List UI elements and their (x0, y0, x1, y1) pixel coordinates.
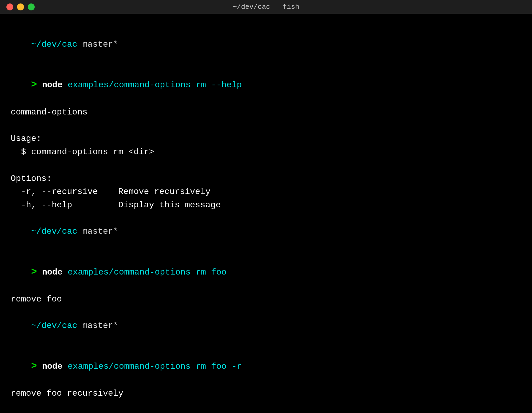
minimize-button[interactable] (17, 3, 24, 10)
output-usage-cmd: $ command-options rm <dir> (11, 145, 521, 159)
cmd-node-3: node (42, 362, 63, 371)
cmd-rest-2: examples/command-options rm foo (62, 267, 227, 277)
maximize-button[interactable] (28, 3, 35, 10)
prompt-branch-1: master* (82, 39, 118, 49)
prompt-arrow-1: > (31, 79, 37, 90)
prompt-path-2: ~/dev/cac (31, 227, 77, 236)
cmd-rest-1: examples/command-options rm --help (62, 80, 242, 90)
empty-1 (11, 119, 521, 132)
cmd-space-1 (37, 80, 42, 90)
prompt-path-3: ~/dev/cac (31, 321, 77, 331)
window-title: ~/dev/cac — fish (233, 3, 299, 11)
prompt-path-1: ~/dev/cac (31, 39, 77, 49)
command-line-1: > node examples/command-options rm --hel… (11, 64, 521, 106)
output-options: Options: (11, 172, 521, 185)
command-line-2: > node examples/command-options rm foo (11, 251, 521, 293)
prompt-space-2 (77, 227, 82, 236)
prompt-arrow-2: > (31, 267, 37, 277)
prompt-space-1 (77, 39, 82, 49)
output-line-1: command-options (11, 106, 521, 119)
cmd-node-2: node (42, 267, 63, 277)
output-usage: Usage: (11, 132, 521, 145)
titlebar: ~/dev/cac — fish (0, 0, 532, 14)
output-option-h: -h, --help Display this message (11, 198, 521, 212)
traffic-lights (6, 3, 35, 10)
prompt-arrow-3: > (31, 361, 37, 372)
empty-2 (11, 159, 521, 172)
cmd-space-2 (37, 267, 42, 277)
terminal[interactable]: ~/dev/cac master* > node examples/comman… (0, 14, 532, 413)
prompt-branch-3: master* (82, 321, 118, 331)
output-line-2: remove foo (11, 293, 521, 306)
cmd-node-1: node (42, 80, 63, 90)
cmd-rest-3: examples/command-options rm foo -r (62, 362, 242, 371)
prompt-line-4: ~/dev/cac master* (11, 400, 521, 413)
prompt-line-2: ~/dev/cac master* (11, 212, 521, 251)
cmd-space-3 (37, 362, 42, 371)
output-line-3: remove foo recursively (11, 387, 521, 400)
output-option-r: -r, --recursive Remove recursively (11, 185, 521, 198)
close-button[interactable] (6, 3, 13, 10)
prompt-line-3: ~/dev/cac master* (11, 306, 521, 346)
command-line-3: > node examples/command-options rm foo -… (11, 346, 521, 387)
prompt-line-1: ~/dev/cac master* (11, 25, 521, 64)
prompt-space-3 (77, 321, 82, 331)
prompt-branch-2: master* (82, 227, 118, 236)
